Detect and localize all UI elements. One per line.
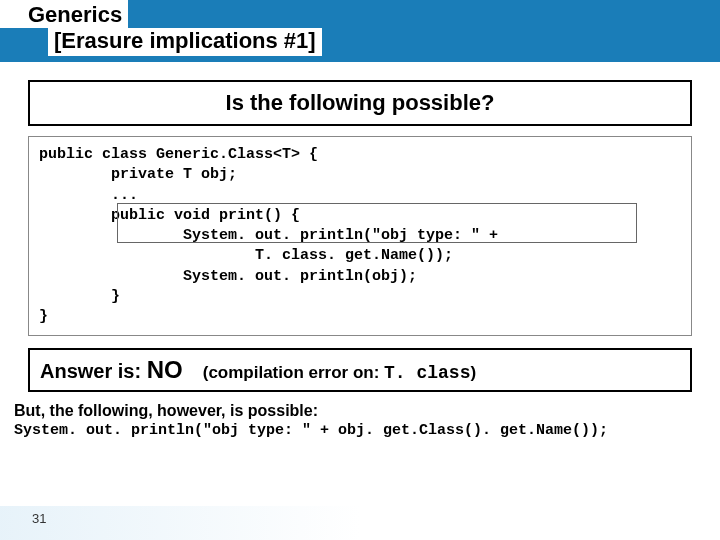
title-line-2: [Erasure implications #1]	[48, 28, 322, 56]
code-text: public class Generic.Class<T> { private …	[39, 146, 498, 325]
page-number: 31	[32, 511, 46, 526]
answer-box: Answer is: NO (compilation error on: T. …	[28, 348, 692, 392]
title-row-1: Generics	[0, 0, 720, 28]
answer-explain-prefix: (compilation error on:	[203, 363, 384, 382]
answer-lead: Answer is:	[40, 360, 147, 382]
followup-code: System. out. println("obj type: " + obj.…	[14, 422, 706, 439]
footer-gradient	[0, 506, 720, 540]
answer-explain-suffix: )	[470, 363, 476, 382]
answer-verdict: NO	[147, 356, 183, 383]
question-box: Is the following possible?	[28, 80, 692, 126]
question-text: Is the following possible?	[226, 90, 495, 115]
followup-text: But, the following, however, is possible…	[14, 402, 706, 420]
title-row-2: [Erasure implications #1]	[0, 28, 720, 62]
answer-explain-code: T. class	[384, 363, 470, 383]
code-block: public class Generic.Class<T> { private …	[28, 136, 692, 336]
title-line-1: Generics	[0, 0, 128, 28]
slide-header: Generics [Erasure implications #1]	[0, 0, 720, 62]
